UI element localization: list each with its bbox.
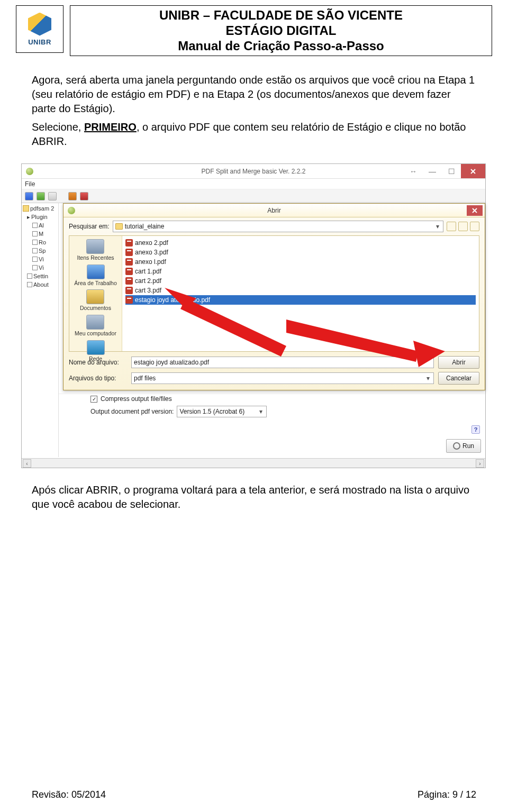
compress-checkbox-row[interactable]: ✓ Compress output file/files [90,395,485,403]
file-list[interactable]: anexo 2.pdf anexo 3.pdf anexo l.pdf cart… [122,236,479,351]
cancel-button-label: Cancelar [446,375,471,382]
file-row[interactable]: anexo l.pdf [125,257,476,267]
tree-root-label: pdfsam 2 [30,205,54,212]
place-desktop[interactable]: Área de Trabalho [74,264,117,287]
file-row[interactable]: anexo 2.pdf [125,238,476,248]
file-row[interactable]: cart 1.pdf [125,267,476,276]
post-instruction-text: Após clicar ABRIR, o programa voltará pa… [0,468,508,512]
search-in-label: Pesquisar em: [69,223,110,230]
maximize-button[interactable]: ☐ [442,164,461,178]
tree-settings[interactable]: Settin [23,272,58,280]
dialog-title: Abrir [64,207,485,214]
menu-file[interactable]: File [25,180,35,188]
tree-item[interactable]: Vi [23,263,58,272]
screenshot-container: PDF Split and Merge basic Ver. 2.2.2 ↔ —… [21,163,486,468]
logo-text: UNIBR [28,38,51,46]
version-value: Version 1.5 (Acrobat 6) [179,408,244,415]
minimize-button[interactable]: — [423,164,442,178]
close-button[interactable] [461,164,485,178]
tree-root[interactable]: pdfsam 2 [23,204,58,213]
places-bar: Itens Recentes Área de Trabalho Document… [69,236,122,351]
dialog-nav-icons [447,222,479,231]
filetype-combo[interactable]: pdf files ▾ [131,372,434,384]
pdf-icon [125,277,133,285]
open-button[interactable]: Abrir [438,356,479,369]
menu-bar: File [22,179,485,189]
checkbox-icon: ✓ [90,396,97,403]
filetype-value: pdf files [134,375,156,382]
p2-emphasis: PRIMEIRO [84,121,137,133]
dialog-titlebar: Abrir [64,204,485,217]
place-recent[interactable]: Itens Recentes [77,239,114,261]
open-dialog: Abrir Pesquisar em: tutorial_elaine ▾ [63,203,485,390]
tree-item[interactable]: Vi [23,255,58,263]
filename-value: estagio joyd atualizado.pdf [134,359,209,366]
help-icon[interactable]: ? [471,425,480,434]
scroll-right-icon[interactable]: › [476,459,484,468]
checkbox-icon [27,273,32,279]
documents-icon [86,289,104,304]
instruction-text: Agora, será aberta uma janela perguntand… [0,56,508,149]
tree-item-label: Vi [39,264,44,271]
scroll-left-icon[interactable]: ‹ [23,459,31,468]
place-label: Documentos [80,305,111,311]
footer-revision: Revisão: 05/2014 [32,789,106,800]
new-folder-icon[interactable] [458,222,468,231]
file-name: anexo 3.pdf [135,249,168,256]
compress-label: Compress output file/files [101,395,172,403]
exit-icon[interactable] [80,192,88,200]
header-line2: ESTÁGIO DIGITAL [75,23,487,39]
help-icon[interactable] [68,192,77,200]
save-icon[interactable] [25,192,33,200]
cancel-button[interactable]: Cancelar [438,372,479,385]
up-folder-icon[interactable] [447,222,456,231]
tree-item[interactable]: Al [23,221,58,230]
header-line3: Manual de Criação Passo-a-Passo [75,39,487,54]
run-button[interactable]: Run [446,439,481,453]
checkbox-icon [32,223,38,228]
view-icon[interactable] [470,222,479,231]
tree-plugins[interactable]: ▸ Plugin [23,213,58,221]
place-label: Área de Trabalho [74,280,117,286]
restore-move-icon[interactable]: ↔ [404,164,423,178]
app-titlebar: PDF Split and Merge basic Ver. 2.2.2 ↔ —… [22,164,485,179]
open-icon[interactable] [37,192,45,200]
checkbox-icon [32,231,38,236]
dialog-close-button[interactable] [467,205,483,216]
tree-about[interactable]: About [23,280,58,289]
tree-item-label: Ro [39,239,46,245]
logo-icon [28,13,51,36]
desktop-icon [87,264,105,279]
file-row[interactable]: anexo 3.pdf [125,248,476,257]
tree-item[interactable]: Sp [23,247,58,255]
dialog-body: Pesquisar em: tutorial_elaine ▾ Itens [64,217,485,390]
version-label: Output document pdf version: [90,408,174,415]
horizontal-scrollbar[interactable]: ‹ › [22,458,485,468]
open-button-label: Abrir [452,359,465,366]
logo: UNIBR [16,5,64,53]
tree-item-label: Vi [39,256,44,262]
chevron-down-icon: ▾ [257,407,265,416]
network-icon [87,340,105,355]
folder-combo[interactable]: tutorial_elaine ▾ [113,221,443,232]
place-computer[interactable]: Meu computador [75,315,116,337]
toolbar [22,189,485,203]
folder-icon [115,223,123,230]
file-name: anexo l.pdf [135,258,166,266]
tree-item[interactable]: Ro [23,238,58,247]
pdf-icon [125,258,133,266]
search-row: Pesquisar em: tutorial_elaine ▾ [69,221,479,232]
p2-part1: Selecione, [32,121,84,133]
file-row[interactable]: cart 2.pdf [125,276,476,286]
place-documents[interactable]: Documentos [80,289,111,312]
log-icon[interactable] [48,192,57,200]
filename-input[interactable]: estagio joyd atualizado.pdf [131,357,434,368]
tree-item[interactable]: M [23,230,58,238]
file-row[interactable]: cart 3.pdf [125,286,476,295]
gear-icon [453,442,460,450]
window-controls: ↔ — ☐ [404,164,485,178]
file-row-selected[interactable]: estagio joyd atualizado.pdf [125,295,476,305]
header-title-box: UNIBR – FACULDADE DE SÃO VICENTE ESTÁGIO… [70,5,492,56]
version-combo[interactable]: Version 1.5 (Acrobat 6) ▾ [177,406,267,417]
folder-name: tutorial_elaine [125,223,165,230]
